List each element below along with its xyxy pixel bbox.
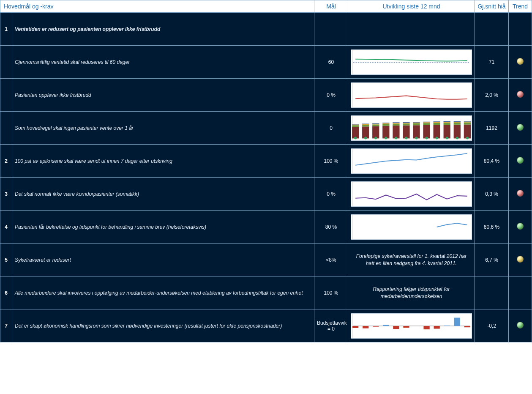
row-description: 100 pst av epikrisene skal være sendt ut…	[12, 145, 314, 178]
svg-rect-20	[393, 125, 399, 138]
status-dot-green	[517, 322, 524, 328]
svg-point-63	[466, 137, 469, 139]
svg-rect-16	[382, 126, 389, 138]
table-row: 3Det skal normalt ikke være korridorpasi…	[0, 178, 532, 211]
svg-rect-48	[464, 124, 471, 138]
svg-rect-10	[362, 124, 369, 125]
row-chart	[348, 79, 475, 112]
svg-point-57	[405, 137, 407, 139]
svg-point-59	[426, 137, 428, 139]
sparkline	[351, 148, 472, 174]
row-number: 6	[0, 276, 12, 309]
row-description: Som hovedregel skal ingen pasienter vent…	[12, 112, 314, 145]
svg-rect-33	[423, 123, 430, 125]
svg-rect-24	[403, 125, 409, 138]
col-header-trend: Trend	[509, 0, 532, 13]
svg-rect-31	[413, 122, 420, 122]
row-chart: Rapportering følger tidspunktet for meda…	[348, 276, 475, 309]
svg-rect-29	[413, 123, 420, 125]
col-header-goals: Hovedmål og -krav	[0, 0, 314, 13]
svg-rect-18	[382, 123, 389, 124]
row-trend	[509, 178, 532, 211]
row-description: Pasienten opplever ikke fristbrudd	[12, 79, 314, 112]
row-average: 6,7 %	[475, 244, 509, 276]
svg-point-62	[456, 137, 458, 139]
svg-rect-22	[393, 123, 399, 123]
row-trend	[509, 276, 532, 309]
row-trend	[509, 79, 532, 112]
svg-rect-14	[372, 123, 379, 124]
row-goal: 80 %	[314, 211, 348, 244]
row-goal: 60	[314, 46, 348, 79]
row-description: Pasienten får bekreftelse og tidspunkt f…	[12, 211, 314, 244]
svg-rect-78	[444, 326, 450, 326]
row-average: 60,6 %	[475, 211, 509, 244]
svg-rect-74	[403, 326, 409, 328]
svg-point-55	[385, 137, 387, 139]
chart-note: Rapportering følger tidspunktet for meda…	[351, 284, 472, 302]
svg-rect-5	[352, 125, 359, 127]
sparkline	[351, 214, 472, 240]
svg-point-53	[364, 137, 367, 139]
sparkline	[351, 115, 472, 141]
svg-rect-71	[373, 326, 379, 327]
svg-rect-41	[444, 123, 450, 125]
svg-rect-17	[382, 124, 389, 126]
svg-rect-80	[464, 326, 470, 327]
svg-rect-51	[464, 121, 471, 122]
svg-rect-30	[413, 122, 420, 123]
row-chart	[348, 145, 475, 178]
row-trend	[509, 309, 532, 342]
table-row: Pasienten opplever ikke fristbrudd0 %2,0…	[0, 79, 532, 112]
svg-rect-19	[382, 123, 389, 123]
svg-point-58	[415, 137, 417, 139]
row-goal: 100 %	[314, 276, 348, 309]
row-goal: 0 %	[314, 79, 348, 112]
svg-rect-32	[423, 125, 430, 138]
row-trend	[509, 244, 532, 276]
row-goal	[314, 13, 348, 46]
row-trend	[509, 46, 532, 79]
row-number: 1	[0, 13, 12, 46]
svg-rect-47	[454, 121, 461, 121]
row-chart	[348, 13, 475, 46]
row-trend	[509, 112, 532, 145]
svg-rect-26	[403, 123, 409, 123]
svg-rect-36	[434, 125, 440, 138]
row-description: Alle medarbeidere skal involveres i oppf…	[12, 276, 314, 309]
svg-point-52	[354, 137, 357, 139]
svg-rect-15	[372, 123, 379, 123]
svg-rect-28	[413, 125, 420, 138]
row-chart: Foreløpige sykefraværstall for 1. kvarta…	[348, 244, 475, 276]
row-average: 1192	[475, 112, 509, 145]
sparkline	[351, 49, 472, 75]
row-number	[0, 46, 12, 79]
row-chart	[348, 211, 475, 244]
row-description: Det er skapt økonomisk handlingsrom som …	[12, 309, 314, 342]
svg-rect-9	[362, 125, 369, 126]
sparkline	[351, 313, 472, 339]
svg-rect-34	[423, 122, 430, 123]
svg-point-61	[446, 137, 448, 139]
status-dot-green	[517, 124, 524, 131]
row-number: 5	[0, 244, 12, 276]
svg-rect-6	[352, 124, 359, 125]
status-dot-red	[517, 91, 524, 98]
row-average: -0,2	[475, 309, 509, 342]
row-average: 0,3 %	[475, 178, 509, 211]
svg-rect-39	[434, 121, 440, 122]
row-goal: <8%	[314, 244, 348, 276]
row-chart	[348, 46, 475, 79]
svg-rect-23	[393, 122, 399, 123]
svg-rect-44	[454, 124, 461, 138]
svg-rect-35	[423, 121, 430, 122]
row-trend	[509, 13, 532, 46]
svg-rect-49	[464, 122, 471, 124]
svg-point-56	[395, 137, 397, 139]
row-number: 4	[0, 211, 12, 244]
status-dot-red	[517, 190, 524, 197]
table-row: 7Det er skapt økonomisk handlingsrom som…	[0, 309, 532, 342]
col-header-dev: Utvikling siste 12 mnd	[348, 0, 475, 13]
row-description: Det skal normalt ikke være korridorpasie…	[12, 178, 314, 211]
svg-rect-27	[403, 122, 409, 122]
